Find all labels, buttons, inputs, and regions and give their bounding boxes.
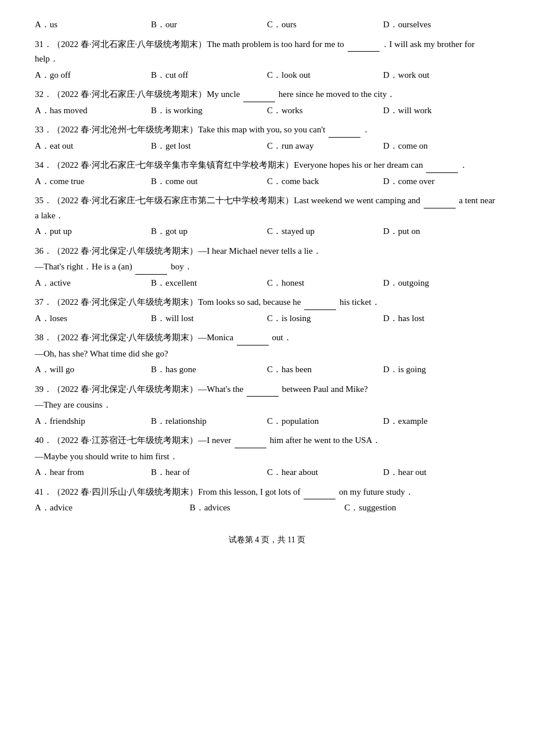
q32-option-d: D．will work	[383, 103, 499, 118]
q40-option-a: A．hear from	[35, 465, 151, 480]
question-34-options: A．come true B．come out C．come back D．com…	[35, 174, 499, 189]
page-footer: 试卷第 4 页，共 11 页	[35, 533, 499, 547]
option-c-ours: C．ours	[267, 17, 383, 33]
q33-option-b: B．get lost	[151, 139, 267, 154]
q31-option-d: D．work out	[383, 68, 499, 83]
q36-option-c: C．honest	[267, 276, 383, 291]
q38-option-d: D．is going	[383, 362, 499, 377]
option-a-us: A．us	[35, 17, 151, 33]
q36-option-d: D．outgoing	[383, 276, 499, 291]
q40-option-b: B．hear of	[151, 465, 267, 480]
q35-option-c: C．stayed up	[267, 224, 383, 239]
question-33-options: A．eat out B．get lost C．run away D．come o…	[35, 139, 499, 154]
q35-option-a: A．put up	[35, 224, 151, 239]
top-options-row: A．us B．our C．ours D．ourselves	[35, 17, 499, 33]
question-40-text2: —Maybe you should write to him first．	[35, 449, 499, 465]
question-31-text: 31．（2022 春·河北石家庄·八年级统考期末）The math proble…	[35, 37, 499, 67]
question-40-options: A．hear from B．hear of C．hear about D．hea…	[35, 465, 499, 480]
top-options-block: A．us B．our C．ours D．ourselves	[35, 17, 499, 33]
q31-option-a: A．go off	[35, 68, 151, 83]
q35-option-b: B．got up	[151, 224, 267, 239]
question-38-options: A．will go B．has gone C．has been D．is goi…	[35, 362, 499, 377]
q39-option-a: A．friendship	[35, 414, 151, 429]
question-38: 38．（2022 春·河北保定·八年级统考期末）—Monica out． —Oh…	[35, 330, 499, 377]
question-34: 34．（2022 春·河北石家庄·七年级辛集市辛集镇育红中学校考期末）Every…	[35, 158, 499, 189]
question-36-options: A．active B．excellent C．honest D．outgoing	[35, 276, 499, 291]
question-40-text: 40．（2022 春·江苏宿迁·七年级统考期末）—I never him aft…	[35, 433, 499, 448]
question-32-options: A．has moved B．is working C．works D．will …	[35, 103, 499, 118]
question-39-text2: —They are cousins．	[35, 398, 499, 413]
question-38-text: 38．（2022 春·河北保定·八年级统考期末）—Monica out．	[35, 330, 499, 345]
question-41-options: A．advice B．advices C．suggestion	[35, 501, 499, 516]
option-d-ourselves: D．ourselves	[383, 17, 499, 33]
q38-option-a: A．will go	[35, 362, 151, 377]
question-41-text: 41．（2022 春·四川乐山·八年级统考期末）From this lesson…	[35, 485, 499, 500]
q40-option-d: D．hear out	[383, 465, 499, 480]
q33-option-d: D．come on	[383, 139, 499, 154]
question-40: 40．（2022 春·江苏宿迁·七年级统考期末）—I never him aft…	[35, 433, 499, 480]
q39-option-d: D．example	[383, 414, 499, 429]
q33-option-a: A．eat out	[35, 139, 151, 154]
q37-option-d: D．has lost	[383, 311, 499, 326]
option-b-our: B．our	[151, 17, 267, 33]
question-31-options: A．go off B．cut off C．look out D．work out	[35, 68, 499, 83]
question-37: 37．（2022 春·河北保定·八年级统考期末）Tom looks so sad…	[35, 295, 499, 326]
question-33: 33．（2022 春·河北沧州·七年级统考期末）Take this map wi…	[35, 123, 499, 153]
question-37-options: A．loses B．will lost C．is losing D．has lo…	[35, 311, 499, 326]
q32-option-b: B．is working	[151, 103, 267, 118]
q35-option-d: D．put on	[383, 224, 499, 239]
q38-option-c: C．has been	[267, 362, 383, 377]
question-38-text2: —Oh, has she? What time did she go?	[35, 347, 499, 362]
q32-option-a: A．has moved	[35, 103, 151, 118]
q34-option-d: D．come over	[383, 174, 499, 189]
q37-option-a: A．loses	[35, 311, 151, 326]
question-32-text: 32．（2022 春·河北石家庄·八年级统考期末）My uncle here s…	[35, 87, 499, 102]
question-39: 39．（2022 春·河北保定·八年级统考期末）—What's the betw…	[35, 382, 499, 429]
question-32: 32．（2022 春·河北石家庄·八年级统考期末）My uncle here s…	[35, 87, 499, 118]
question-33-text: 33．（2022 春·河北沧州·七年级统考期末）Take this map wi…	[35, 123, 499, 138]
q32-option-c: C．works	[267, 103, 383, 118]
question-35: 35．（2022 春·河北石家庄·七年级石家庄市第二十七中学校考期末）Last …	[35, 193, 499, 239]
question-39-options: A．friendship B．relationship C．population…	[35, 414, 499, 429]
q36-option-b: B．excellent	[151, 276, 267, 291]
question-39-text: 39．（2022 春·河北保定·八年级统考期末）—What's the betw…	[35, 382, 499, 397]
q41-option-a: A．advice	[35, 501, 190, 516]
q36-option-a: A．active	[35, 276, 151, 291]
q37-option-c: C．is losing	[267, 311, 383, 326]
question-31: 31．（2022 春·河北石家庄·八年级统考期末）The math proble…	[35, 37, 499, 83]
q39-option-b: B．relationship	[151, 414, 267, 429]
q31-option-c: C．look out	[267, 68, 383, 83]
question-35-text: 35．（2022 春·河北石家庄·七年级石家庄市第二十七中学校考期末）Last …	[35, 193, 499, 223]
question-36-text: 36．（2022 春·河北保定·八年级统考期末）—I hear Michael …	[35, 244, 499, 259]
question-41: 41．（2022 春·四川乐山·八年级统考期末）From this lesson…	[35, 485, 499, 516]
question-36: 36．（2022 春·河北保定·八年级统考期末）—I hear Michael …	[35, 244, 499, 291]
q41-option-b: B．advices	[190, 501, 345, 516]
q34-option-a: A．come true	[35, 174, 151, 189]
question-36-text2: —That's right．He is a (an) boy．	[35, 260, 499, 275]
question-34-text: 34．（2022 春·河北石家庄·七年级辛集市辛集镇育红中学校考期末）Every…	[35, 158, 499, 173]
q38-option-b: B．has gone	[151, 362, 267, 377]
q33-option-c: C．run away	[267, 139, 383, 154]
q31-option-b: B．cut off	[151, 68, 267, 83]
q34-option-c: C．come back	[267, 174, 383, 189]
q39-option-c: C．population	[267, 414, 383, 429]
question-37-text: 37．（2022 春·河北保定·八年级统考期末）Tom looks so sad…	[35, 295, 499, 310]
q34-option-b: B．come out	[151, 174, 267, 189]
q40-option-c: C．hear about	[267, 465, 383, 480]
q41-option-c: C．suggestion	[344, 501, 499, 516]
q37-option-b: B．will lost	[151, 311, 267, 326]
question-35-options: A．put up B．got up C．stayed up D．put on	[35, 224, 499, 239]
